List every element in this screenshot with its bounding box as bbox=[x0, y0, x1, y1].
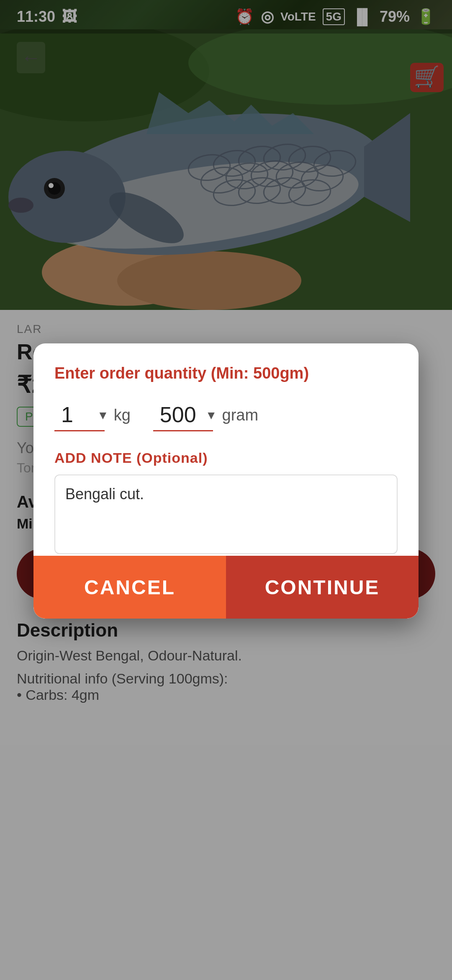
kg-selector[interactable]: 1 2 3 4 5 ▼ kg bbox=[54, 399, 143, 431]
order-quantity-modal: Enter order quantity (Min: 500gm) 1 2 3 … bbox=[33, 343, 419, 619]
modal-body: Enter order quantity (Min: 500gm) 1 2 3 … bbox=[33, 343, 419, 556]
gram-select[interactable]: 0 100 200 300 400 500 600 700 800 900 bbox=[153, 399, 213, 431]
modal-buttons: CANCEL CONTINUE bbox=[33, 556, 419, 619]
modal-title: Enter order quantity (Min: 500gm) bbox=[54, 364, 398, 382]
gram-unit: gram bbox=[222, 406, 259, 424]
kg-unit: kg bbox=[114, 406, 131, 424]
note-textarea[interactable] bbox=[54, 475, 398, 554]
kg-select[interactable]: 1 2 3 4 5 bbox=[54, 399, 105, 431]
cancel-button[interactable]: CANCEL bbox=[33, 556, 226, 619]
add-note-title: ADD NOTE (Optional) bbox=[54, 450, 398, 466]
quantity-row: 1 2 3 4 5 ▼ kg 0 100 200 300 400 500 bbox=[54, 399, 398, 431]
continue-button[interactable]: CONTINUE bbox=[226, 556, 419, 619]
gram-selector[interactable]: 0 100 200 300 400 500 600 700 800 900 ▼ … bbox=[153, 399, 271, 431]
